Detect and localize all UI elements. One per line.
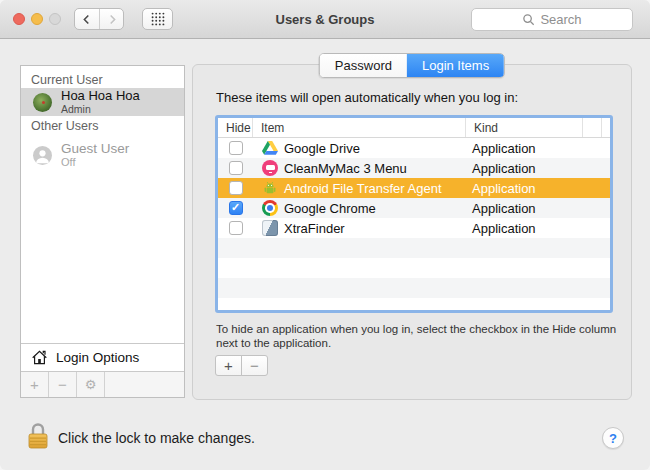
cleanmymac-icon — [262, 160, 278, 176]
item-kind: Application — [466, 181, 583, 196]
back-button[interactable] — [75, 9, 99, 29]
user-list-sidebar: Current User Hoa Hoa Hoa Admin Other Use… — [20, 65, 185, 398]
item-name: Google Drive — [284, 141, 360, 156]
help-button[interactable]: ? — [602, 427, 624, 449]
hide-column-note: To hide an application when you log in, … — [216, 322, 640, 350]
hide-checkbox[interactable] — [229, 161, 243, 175]
login-items-table: Hide Item Kind — [215, 115, 613, 313]
tab-bar: Password Login Items — [319, 53, 505, 78]
remove-item-button[interactable]: − — [241, 355, 268, 376]
google-chrome-icon — [262, 200, 278, 216]
table-row[interactable]: Google Drive Application — [218, 138, 610, 158]
forward-button[interactable] — [99, 9, 123, 29]
empty-row — [218, 258, 610, 278]
show-all-button[interactable] — [142, 8, 173, 30]
nav-button-group — [74, 8, 124, 30]
user-actions-gear-button[interactable]: ⚙ — [77, 372, 105, 397]
guest-name: Guest User — [61, 142, 129, 156]
item-kind: Application — [466, 161, 583, 176]
column-header-kind[interactable]: Kind — [466, 118, 583, 137]
item-kind: Application — [466, 201, 583, 216]
lock-icon[interactable] — [25, 420, 51, 456]
table-row[interactable]: XtraFinder Application — [218, 218, 610, 238]
current-user-header: Current User — [31, 73, 103, 87]
item-name: XtraFinder — [284, 221, 345, 236]
login-items-intro: These items will open automatically when… — [216, 90, 518, 105]
guest-status: Off — [61, 156, 129, 168]
table-header: Hide Item Kind — [218, 118, 610, 138]
login-items-panel: Password Login Items These items will op… — [192, 64, 632, 400]
column-header-item[interactable]: Item — [253, 118, 466, 137]
user-role: Admin — [61, 103, 140, 115]
item-name: Android File Transfer Agent — [284, 181, 442, 196]
tab-password[interactable]: Password — [320, 54, 407, 77]
column-header-hide[interactable]: Hide — [218, 118, 253, 137]
add-item-button[interactable]: + — [215, 355, 242, 376]
hide-checkbox[interactable] — [229, 141, 243, 155]
table-rows: Google Drive Application CleanMyMac 3 Me… — [218, 138, 610, 310]
empty-row — [218, 298, 610, 313]
close-button[interactable] — [13, 13, 25, 25]
lock-message: Click the lock to make changes. — [58, 430, 255, 446]
hide-checkbox[interactable] — [229, 201, 243, 215]
user-avatar — [33, 93, 52, 112]
sidebar-item-guest-user[interactable]: Guest User Off — [21, 139, 184, 171]
sidebar-item-current-user[interactable]: Hoa Hoa Hoa Admin — [21, 88, 184, 116]
login-options-label: Login Options — [56, 350, 139, 365]
login-options-button[interactable]: Login Options — [21, 343, 184, 371]
sidebar-toolbar: + − ⚙ — [21, 371, 184, 397]
item-buttons: + − — [215, 355, 268, 376]
item-name: Google Chrome — [284, 201, 376, 216]
guest-avatar-icon — [33, 146, 52, 165]
search-icon — [522, 13, 535, 26]
search-placeholder: Search — [540, 12, 581, 27]
empty-row — [218, 278, 610, 298]
empty-row — [218, 238, 610, 258]
zoom-button[interactable] — [49, 13, 61, 25]
other-users-header: Other Users — [31, 119, 98, 133]
item-kind: Application — [466, 141, 583, 156]
item-kind: Application — [466, 221, 583, 236]
google-drive-icon — [262, 140, 278, 156]
android-icon — [262, 180, 278, 196]
dots-grid-icon — [151, 12, 165, 26]
xtrafinder-icon — [262, 220, 278, 236]
users-groups-window: Users & Groups Search Current User Hoa H… — [0, 0, 650, 470]
search-input[interactable]: Search — [471, 8, 633, 31]
column-header-extra — [583, 118, 602, 137]
table-row[interactable]: Google Chrome Application — [218, 198, 610, 218]
add-user-button[interactable]: + — [21, 372, 49, 397]
house-icon — [31, 349, 48, 366]
hide-checkbox[interactable] — [229, 221, 243, 235]
table-row[interactable]: Android File Transfer Agent Application — [218, 178, 610, 198]
remove-user-button[interactable]: − — [49, 372, 77, 397]
table-row[interactable]: CleanMyMac 3 Menu Application — [218, 158, 610, 178]
title-bar: Users & Groups Search — [0, 0, 650, 39]
column-header-end — [602, 118, 610, 137]
minimize-button[interactable] — [31, 13, 43, 25]
chevron-left-icon — [80, 12, 94, 27]
item-name: CleanMyMac 3 Menu — [284, 161, 407, 176]
chevron-right-icon — [105, 12, 119, 27]
user-name: Hoa Hoa Hoa — [61, 89, 140, 103]
hide-checkbox[interactable] — [229, 181, 243, 195]
tab-login-items[interactable]: Login Items — [407, 54, 504, 77]
